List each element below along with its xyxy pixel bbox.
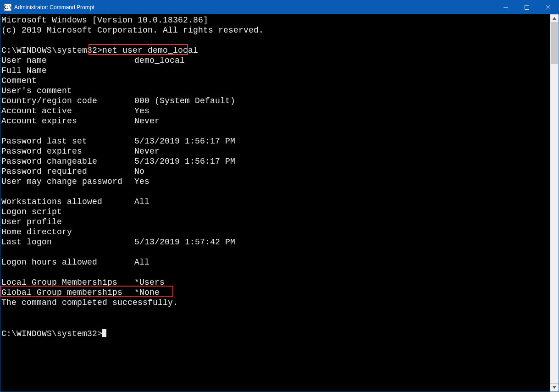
field-label: Password expires <box>1 146 134 156</box>
scroll-thumb[interactable] <box>551 22 558 64</box>
field-label: User profile <box>1 217 134 227</box>
field-label: Home directory <box>1 227 134 237</box>
svg-line-2 <box>546 5 550 10</box>
field-value: All <box>134 197 149 206</box>
minimize-button[interactable] <box>495 0 516 14</box>
field-value: Never <box>134 147 160 156</box>
field-label: Global Group memberships <box>1 287 134 298</box>
field-label: Logon hours allowed <box>1 257 134 267</box>
prompt-path: C:\WINDOWS\system32> <box>1 46 102 55</box>
svg-marker-5 <box>553 386 556 389</box>
field-label: Country/region code <box>1 96 134 106</box>
field-label: Last logon <box>1 237 134 247</box>
field-value: All <box>134 258 149 267</box>
vertical-scrollbar[interactable] <box>550 14 559 392</box>
field-value: Yes <box>134 106 149 116</box>
field-value: *None <box>134 288 160 297</box>
close-button[interactable] <box>537 0 559 14</box>
field-label: Account expires <box>1 116 134 126</box>
success-message: The command completed successfully. <box>1 298 550 308</box>
field-value: Never <box>134 116 160 126</box>
field-label: Password changeable <box>1 156 134 166</box>
svg-marker-4 <box>553 17 556 20</box>
field-value: No <box>134 167 144 176</box>
field-value: Yes <box>134 177 149 186</box>
scroll-up-button[interactable] <box>550 14 559 22</box>
window-title: Administrator: Command Prompt <box>14 4 495 11</box>
client-area: Microsoft Windows [Version 10.0.18362.86… <box>0 14 559 392</box>
scroll-track[interactable] <box>550 22 559 383</box>
field-value: ‎5/‎13/‎2019 1:57:42 PM <box>134 237 235 247</box>
field-value: ‎5/‎13/‎2019 1:56:17 PM <box>134 137 235 146</box>
entered-command: net user demo_local <box>102 46 198 55</box>
field-value: *Users <box>134 278 165 287</box>
cmd-icon: C:\ <box>4 4 11 11</box>
scroll-down-button[interactable] <box>550 383 559 392</box>
terminal-output[interactable]: Microsoft Windows [Version 10.0.18362.86… <box>0 14 550 392</box>
prompt-path: C:\WINDOWS\system32> <box>1 329 102 338</box>
field-label: Workstations allowed <box>1 197 134 207</box>
field-value: demo_local <box>134 56 185 65</box>
field-value: 000 (System Default) <box>134 96 235 105</box>
header-line-2: (c) 2019 Microsoft Corporation. All righ… <box>1 25 550 35</box>
field-label: Password required <box>1 166 134 177</box>
field-label: User's comment <box>1 86 134 96</box>
field-label: Full Name <box>1 66 134 76</box>
svg-rect-1 <box>525 6 529 10</box>
field-label: User may change password <box>1 177 134 187</box>
field-label: Logon script <box>1 207 134 217</box>
window-controls <box>495 0 559 14</box>
field-label: Comment <box>1 76 134 86</box>
command-prompt-window: C:\ Administrator: Command Prompt Micros… <box>0 0 559 392</box>
cursor-icon <box>102 329 106 337</box>
field-label: Local Group Memberships <box>1 277 134 287</box>
field-label: Account active <box>1 106 134 116</box>
header-line-1: Microsoft Windows [Version 10.0.18362.86… <box>1 15 550 25</box>
field-label: Password last set <box>1 136 134 146</box>
field-value: ‎5/‎13/‎2019 1:56:17 PM <box>134 157 235 166</box>
maximize-button[interactable] <box>516 0 537 14</box>
titlebar[interactable]: C:\ Administrator: Command Prompt <box>0 0 559 14</box>
field-label: User name <box>1 55 134 66</box>
svg-line-3 <box>546 5 550 10</box>
